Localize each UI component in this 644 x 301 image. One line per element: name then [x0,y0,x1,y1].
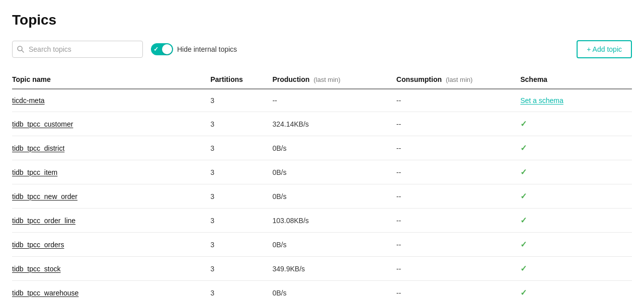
toggle-track: ✓ [151,43,173,55]
page-title: Topics [12,12,632,28]
schema-check-icon: ✓ [520,288,527,297]
schema-cell: ✓ [520,257,632,281]
page-container: Topics ✓ Hide internal topics [0,0,644,301]
toolbar: ✓ Hide internal topics + Add topic [12,40,632,58]
table-row: tidb_tpcc_new_order30B/s--✓ [12,184,632,209]
col-header-schema: Schema [520,70,632,89]
topics-table: Topic name Partitions Production (last m… [12,70,632,301]
consumption-cell: -- [396,184,520,209]
schema-check-icon: ✓ [520,264,527,273]
set-schema-link[interactable]: Set a schema [520,96,564,105]
table-row: tidb_tpcc_order_line3103.08KB/s--✓ [12,209,632,233]
production-cell: 0B/s [272,136,396,160]
col-header-consumption: Consumption (last min) [396,70,520,89]
consumption-cell: -- [396,136,520,160]
topic-name-link[interactable]: tidb_tpcc_item [12,168,57,176]
schema-check-icon: ✓ [520,192,527,200]
schema-check-icon: ✓ [520,144,527,152]
schema-check-icon: ✓ [520,120,527,128]
schema-cell: ✓ [520,112,632,136]
schema-check-icon: ✓ [520,168,527,176]
partitions-cell: 3 [210,160,272,184]
topic-name-link[interactable]: tidb_tpcc_orders [12,241,64,249]
schema-check-icon: ✓ [520,240,527,249]
consumption-cell: -- [396,160,520,184]
production-cell: 324.14KB/s [272,112,396,136]
partitions-cell: 3 [210,257,272,281]
consumption-cell: -- [396,233,520,257]
table-row: tidb_tpcc_warehouse30B/s--✓ [12,281,632,302]
consumption-cell: -- [396,257,520,281]
production-cell: 0B/s [272,281,396,302]
partitions-cell: 3 [210,112,272,136]
topic-name-link[interactable]: ticdc-meta [12,96,45,105]
table-row: tidb_tpcc_district30B/s--✓ [12,136,632,160]
toggle-thumb [162,44,172,54]
table-body: ticdc-meta3----Set a schematidb_tpcc_cus… [12,89,632,301]
col-header-production: Production (last min) [272,70,396,89]
topic-name-link[interactable]: tidb_tpcc_customer [12,120,73,128]
consumption-cell: -- [396,112,520,136]
svg-line-1 [22,50,24,52]
schema-cell: ✓ [520,160,632,184]
search-icon [17,46,24,53]
hide-internal-toggle[interactable]: ✓ Hide internal topics [151,43,237,55]
topic-name-link[interactable]: tidb_tpcc_new_order [12,192,77,200]
schema-cell: ✓ [520,281,632,302]
production-cell: 103.08KB/s [272,209,396,233]
partitions-cell: 3 [210,233,272,257]
topic-name-link[interactable]: tidb_tpcc_order_line [12,217,75,225]
partitions-cell: 3 [210,136,272,160]
toggle-check-icon: ✓ [153,46,158,53]
consumption-cell: -- [396,281,520,302]
schema-cell: Set a schema [520,89,632,112]
schema-cell: ✓ [520,209,632,233]
partitions-cell: 3 [210,89,272,112]
table-row: tidb_tpcc_item30B/s--✓ [12,160,632,184]
schema-cell: ✓ [520,136,632,160]
production-cell: -- [272,89,396,112]
partitions-cell: 3 [210,184,272,209]
search-wrapper [12,41,143,58]
topic-name-link[interactable]: tidb_tpcc_stock [12,265,61,273]
production-cell: 349.9KB/s [272,257,396,281]
col-header-topic-name: Topic name [12,70,210,89]
consumption-cell: -- [396,209,520,233]
table-row: ticdc-meta3----Set a schema [12,89,632,112]
schema-cell: ✓ [520,184,632,209]
add-topic-button[interactable]: + Add topic [577,40,632,58]
toolbar-left: ✓ Hide internal topics [12,41,237,58]
schema-cell: ✓ [520,233,632,257]
schema-check-icon: ✓ [520,216,527,225]
partitions-cell: 3 [210,281,272,302]
search-input[interactable] [12,41,143,58]
partitions-cell: 3 [210,209,272,233]
table-header-row: Topic name Partitions Production (last m… [12,70,632,89]
consumption-cell: -- [396,89,520,112]
table-row: tidb_tpcc_orders30B/s--✓ [12,233,632,257]
toggle-label: Hide internal topics [177,45,237,53]
production-cell: 0B/s [272,184,396,209]
col-header-partitions: Partitions [210,70,272,89]
table-row: tidb_tpcc_customer3324.14KB/s--✓ [12,112,632,136]
topic-name-link[interactable]: tidb_tpcc_warehouse [12,289,78,297]
table-row: tidb_tpcc_stock3349.9KB/s--✓ [12,257,632,281]
production-cell: 0B/s [272,160,396,184]
topic-name-link[interactable]: tidb_tpcc_district [12,144,64,152]
production-cell: 0B/s [272,233,396,257]
